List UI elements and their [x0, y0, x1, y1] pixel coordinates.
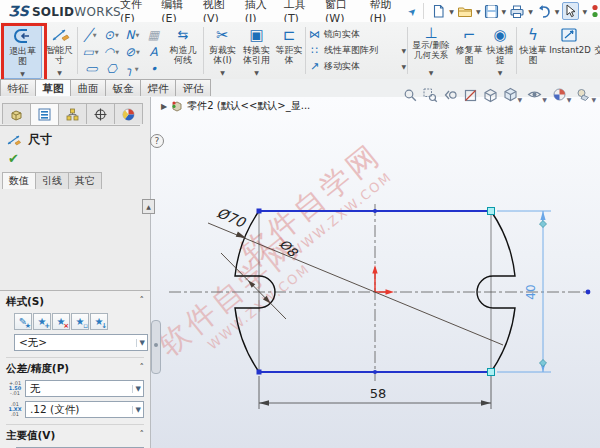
select-tool-button[interactable]: [562, 2, 579, 20]
dimension-drag-handle[interactable]: [539, 220, 546, 227]
linear-pattern-button[interactable]: ∷ 线性草图阵列 ▼: [308, 42, 406, 58]
exit-sketch-dropdown-arrow[interactable]: ▼: [20, 70, 25, 78]
open-dropdown-arrow[interactable]: ▼: [476, 8, 481, 15]
tolerance-type-dropdown[interactable]: 无 ▼: [25, 380, 144, 397]
dimxpert-manager-tab[interactable]: [86, 103, 115, 124]
new-document-button[interactable]: [431, 4, 446, 19]
trim-dropdown-arrow[interactable]: ▼: [220, 69, 225, 77]
convert-entities-button[interactable]: ▣ 转换实体引用 ▼: [241, 25, 272, 77]
expand-arrow-icon[interactable]: ▶: [161, 102, 167, 111]
save-button[interactable]: [484, 4, 499, 19]
instant2d-button[interactable]: Instant2D: [549, 25, 591, 77]
tab-sketch[interactable]: 草图: [35, 79, 71, 96]
smart-dimension-dropdown-arrow[interactable]: ▼: [57, 69, 62, 77]
tab-weldments[interactable]: 焊件: [140, 79, 176, 96]
undo-button[interactable]: [536, 4, 552, 19]
apply-default-style-button[interactable]: ✎★: [14, 313, 32, 330]
view-selector-icon[interactable]: [483, 88, 498, 103]
fillet-dropdown-arrow[interactable]: ▼: [135, 66, 139, 72]
display-style-dropdown[interactable]: ▼: [503, 87, 523, 103]
panel-splitter-handle[interactable]: [151, 320, 161, 374]
quick-snaps-button[interactable]: ◉ 快速捕捉 ▼: [486, 25, 514, 77]
print-button[interactable]: [509, 4, 525, 19]
add-style-button[interactable]: ★+: [33, 313, 51, 330]
load-style-button[interactable]: ★↓: [90, 313, 108, 330]
smart-dimension-button[interactable]: 智能尺寸 ▼: [44, 25, 75, 77]
display-manager-tab[interactable]: [114, 103, 143, 124]
ok-check-button[interactable]: ✔: [8, 151, 150, 166]
midpoint-handle[interactable]: [373, 370, 377, 374]
spline-dropdown-arrow[interactable]: ▼: [136, 32, 140, 38]
save-style-button[interactable]: ★▫: [71, 313, 89, 330]
subtab-value[interactable]: 数值: [2, 172, 36, 189]
collapse-chevron-icon[interactable]: ˄: [140, 295, 145, 309]
zoom-area-icon[interactable]: [423, 88, 438, 103]
style-dropdown[interactable]: <无> ▼: [14, 334, 148, 351]
dimension-drag-handle[interactable]: [539, 359, 546, 366]
ellipse-dropdown-arrow[interactable]: ▼: [136, 49, 140, 55]
circle-tool-button[interactable]: ⊙▼: [101, 26, 122, 43]
relations-dropdown-arrow[interactable]: ▼: [429, 69, 434, 77]
spline-tool-button[interactable]: N▼: [122, 26, 143, 43]
convert-dropdown-arrow[interactable]: ▼: [254, 69, 259, 77]
exit-sketch-button[interactable]: 退出草图 ▼: [3, 25, 42, 79]
move-entities-dropdown-arrow[interactable]: ▼: [401, 63, 406, 70]
feature-manager-tab[interactable]: [2, 103, 31, 124]
mirror-entities-button[interactable]: ⋈ 镜向实体: [308, 26, 406, 42]
midpoint-handle[interactable]: [373, 209, 377, 213]
construction-geometry-button[interactable]: ⇆ 构造几何线: [166, 25, 200, 77]
sketch-origin[interactable]: [372, 265, 394, 295]
arc-dropdown-arrow[interactable]: ▼: [115, 49, 119, 55]
help-icon[interactable]: ?: [150, 134, 164, 148]
trim-entities-button[interactable]: ✂ 剪裁实体(I) ▼: [207, 25, 238, 77]
tab-evaluate[interactable]: 评估: [175, 79, 211, 96]
save-dropdown-arrow[interactable]: ▼: [502, 8, 507, 15]
rapid-sketch-button[interactable]: ϟ 快速草图: [519, 25, 547, 77]
property-manager-tab[interactable]: [30, 103, 59, 125]
subtab-leaders[interactable]: 引线: [35, 172, 69, 189]
subtab-other[interactable]: 其它: [68, 172, 102, 189]
sketch-viewport[interactable]: 软件自学网 WWW.ZXW.COM 软件自学网 WWW.ZXW.COM: [151, 97, 600, 448]
line-tool-button[interactable]: ╱▼: [80, 26, 101, 43]
fillet-tool-button[interactable]: ╮▼: [122, 60, 143, 77]
graphics-area[interactable]: 软件自学网 WWW.ZXW.COM 软件自学网 WWW.ZXW.COM: [151, 97, 600, 448]
section-view-icon[interactable]: [463, 88, 478, 103]
collapse-chevron-icon[interactable]: ˄: [140, 429, 145, 443]
appearance-dropdown[interactable]: ▼: [552, 87, 572, 103]
panel-scroll-up-button[interactable]: ▲: [142, 199, 155, 214]
new-dropdown-arrow[interactable]: ▼: [449, 8, 454, 15]
vertex-handle[interactable]: [257, 370, 262, 375]
color-swatch-button[interactable]: [590, 4, 600, 19]
move-entities-button[interactable]: ↗ 移动实体 ▼: [308, 58, 406, 74]
display-delete-relations-button[interactable]: ⊥ 显示/删除几何关系 ▼: [410, 25, 452, 77]
sketch-pattern-button[interactable]: ▦: [143, 26, 164, 43]
rectangle-tool-button[interactable]: ▭▼: [80, 43, 101, 60]
right-profile-arc[interactable]: [477, 211, 515, 372]
feature-tree-flyout[interactable]: ▶ 零件2 (默认<<默认>_显...: [161, 99, 310, 113]
print-dropdown-arrow[interactable]: ▼: [528, 8, 533, 15]
intersection-curve-button[interactable]: ⊛ 交叉曲线: [593, 25, 600, 77]
selected-vertex-handle[interactable]: [488, 208, 495, 215]
undo-dropdown-arrow[interactable]: ▼: [555, 8, 560, 15]
offset-entities-button[interactable]: ⊏ 等距实体: [275, 25, 303, 77]
slot-tool-button[interactable]: ⊂⊃: [80, 60, 101, 77]
tab-sheet-metal[interactable]: 钣金: [105, 79, 141, 96]
circle-dropdown-arrow[interactable]: ▼: [115, 32, 119, 38]
text-tool-button[interactable]: A: [143, 43, 164, 60]
arc-tool-button[interactable]: ◠▼: [101, 43, 122, 60]
collapse-chevron-icon[interactable]: ˄: [140, 362, 145, 376]
precision-dropdown[interactable]: .12 (文件) ▼: [25, 401, 144, 418]
selected-vertex-handle[interactable]: [488, 369, 495, 376]
configuration-manager-tab[interactable]: [58, 103, 87, 124]
linear-pattern-dropdown-arrow[interactable]: ▼: [401, 47, 406, 54]
repair-sketch-button[interactable]: ⌐ 修复草图: [455, 25, 483, 77]
select-dropdown-arrow[interactable]: ▼: [582, 8, 587, 15]
tab-surfaces[interactable]: 曲面: [70, 79, 106, 96]
tab-features[interactable]: 特征: [0, 79, 36, 96]
point-tool-button[interactable]: •: [143, 60, 164, 77]
hide-show-items-dropdown[interactable]: ▼: [527, 87, 547, 103]
previous-view-icon[interactable]: [443, 88, 458, 103]
scene-dropdown[interactable]: ▼: [576, 87, 596, 103]
centerline-endpoint[interactable]: [586, 290, 591, 295]
polygon-tool-button[interactable]: ⎔: [101, 60, 122, 77]
